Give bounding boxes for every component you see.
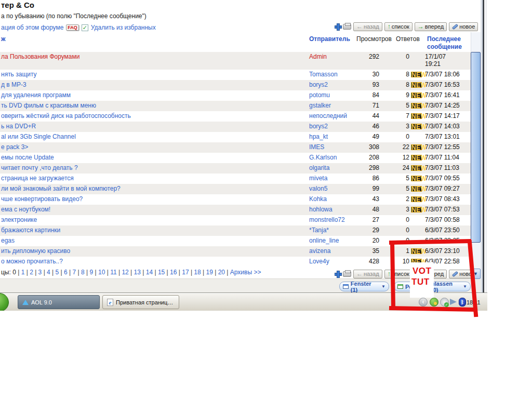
author-link[interactable]: online_line [309, 237, 339, 244]
topic-link[interactable]: ить дипломную красиво [1, 247, 70, 255]
start-button[interactable] [0, 293, 9, 311]
back-button[interactable]: ←назад [353, 270, 382, 278]
column-header-sender[interactable]: Отправитель [309, 35, 350, 43]
remove-favorites-link[interactable]: Удалить из избранных [91, 24, 156, 31]
pagination: цы: 0 | 1 | 2 | 3 | 4 | 5 | 6 | 7 | 8 | … [1, 269, 261, 276]
topic-link[interactable]: е pack 3> [1, 143, 28, 151]
pagination-page-link[interactable]: 6 [64, 269, 68, 276]
pagination-page-link[interactable]: 4 [47, 269, 50, 276]
author-link[interactable]: miveta [309, 175, 327, 182]
list-button[interactable]: ↑список [384, 22, 413, 31]
back-button[interactable]: ←назад [353, 22, 382, 31]
tray-aol-icon[interactable] [430, 298, 438, 307]
author-link[interactable]: Admin [309, 53, 327, 60]
author-link[interactable]: Tomasson [309, 71, 338, 78]
topic-link[interactable]: для удаления программ [1, 91, 71, 99]
faq-icon[interactable]: FAQ [66, 24, 79, 31]
pagination-page-link[interactable]: 18 [194, 269, 201, 276]
table-row: ла Пользования ФорумамиAdmin292017/1/071… [0, 52, 471, 70]
pagination-page-link[interactable]: 8 [81, 269, 85, 276]
forward-button[interactable]: →вперед [415, 22, 447, 31]
print-button[interactable] [343, 271, 351, 277]
topic-link[interactable]: al или 3Gb Single Channel [1, 133, 76, 140]
replies-count: 0 [377, 53, 409, 60]
author-link[interactable]: hpa_kt [309, 133, 328, 140]
taskbar-clock: 18:11 [467, 299, 481, 305]
pagination-page-link[interactable]: 15 [158, 269, 165, 276]
tray-bluetooth-icon[interactable]: ᛒ [459, 298, 466, 307]
add-favorite-button[interactable] [335, 271, 341, 277]
forum-info-link[interactable]: ация об этом форуме [1, 24, 63, 31]
add-favorite-button[interactable] [335, 23, 341, 30]
author-link[interactable]: непоследний [309, 112, 347, 119]
taskbar-button-aol[interactable]: AOL 9.0 [18, 295, 100, 309]
topic-link[interactable]: ь на DVD+R [1, 123, 36, 130]
fenster-dropdown[interactable]: Fenster (1) ▼ [339, 282, 389, 291]
topic-link[interactable]: ема с ноутбуком! [1, 206, 50, 213]
topic-link[interactable]: страница не загружается [1, 175, 74, 182]
author-link[interactable]: monstrello72 [309, 216, 345, 223]
pagination-page-link[interactable]: 2 [30, 269, 33, 276]
topic-link[interactable]: ла Пользования Форумами [1, 53, 80, 60]
new-button[interactable]: новое [449, 22, 478, 31]
author-link[interactable]: avizena [309, 247, 330, 255]
pagination-page-link[interactable]: 13 [134, 269, 141, 276]
list-button[interactable]: ↑список [384, 270, 413, 278]
author-link[interactable]: borys2 [309, 123, 328, 130]
replies-count: 1 [377, 247, 409, 255]
author-link[interactable]: borys2 [309, 81, 328, 88]
author-link[interactable]: potomu [309, 91, 330, 99]
topic-link[interactable]: емы после Update [1, 154, 54, 161]
topic-link[interactable]: чше конвертировать видео? [1, 195, 83, 203]
column-header-views[interactable]: Просмотров [356, 35, 392, 43]
tray-antivirus-icon[interactable] [440, 298, 449, 307]
scrollbar-thumb[interactable] [471, 52, 481, 243]
topic-link[interactable]: ли мой знакомый зайти в мой компютер? [1, 185, 121, 192]
views-count: 93 [353, 81, 379, 88]
pagination-page-link[interactable]: 19 [206, 269, 213, 276]
pagination-page-link[interactable]: 20 [218, 269, 225, 276]
pagination-page-link[interactable]: 11 [110, 269, 116, 276]
favorites-checkbox[interactable]: ✓ [82, 24, 88, 31]
topic-link[interactable]: читает почту ,что делать ? [1, 164, 78, 171]
pagination-page-link[interactable]: 17 [182, 269, 189, 276]
topic-link[interactable]: электронике [1, 216, 37, 223]
fenster-dropdown-label: Fenster (1) [351, 281, 379, 293]
pencil-icon [452, 23, 458, 30]
scrollbar-down-button[interactable]: ▼ [471, 269, 481, 279]
pagination-page-link[interactable]: 14 [146, 269, 153, 276]
pagination-page-link[interactable]: 16 [170, 269, 177, 276]
pagination-archives-link[interactable]: Архивы >> [230, 269, 261, 276]
views-count: 99 [353, 185, 379, 192]
taskbar-button-label: Приватная страниц… [116, 299, 173, 305]
taskbar-button-private-page[interactable]: e Приватная страниц… [102, 295, 179, 309]
topic-link[interactable]: д в MP-3 [1, 81, 26, 88]
print-button[interactable] [343, 24, 351, 30]
last-post-date: 7/3/07 16:41 [425, 91, 471, 99]
topic-link[interactable]: нять защиту [1, 71, 37, 78]
author-link[interactable]: Kohka [309, 195, 327, 203]
replies-count: 22 [377, 143, 409, 151]
author-link[interactable]: IMES [309, 143, 324, 151]
table-row: страница не загружаетсяmiveta865NEW7/3/0… [0, 174, 471, 184]
pagination-separator: | [50, 269, 56, 276]
author-link[interactable]: *Tanja* [309, 227, 329, 234]
tray-connection-icon[interactable] [450, 299, 457, 305]
topic-link[interactable]: egas [1, 237, 15, 244]
tray-collapse-chevron-icon[interactable]: ‹ [419, 298, 428, 307]
topic-link[interactable]: оверить жёсткий диск на работоспособност… [1, 112, 131, 119]
author-link[interactable]: hohlowa [309, 206, 332, 213]
column-header-replies[interactable]: Ответов [396, 35, 420, 43]
author-link[interactable]: G.Karlson [309, 154, 337, 161]
topic-link[interactable]: бражаются картинки [1, 227, 60, 234]
author-link[interactable]: Love4y [309, 258, 329, 265]
pagination-page-link[interactable]: 10 [98, 269, 105, 276]
column-header-lastpost[interactable]: Последнее сообщение [427, 35, 470, 51]
topic-link[interactable]: ть DVD фильм с красивым меню [1, 102, 96, 109]
author-link[interactable]: gstalker [309, 102, 331, 109]
topic-link[interactable]: о можно прочитать..? [1, 258, 63, 265]
author-link[interactable]: valon5 [309, 185, 327, 192]
pagination-page-link[interactable]: 12 [122, 269, 128, 276]
button-label: список [392, 271, 409, 277]
author-link[interactable]: olgarita [309, 164, 329, 171]
